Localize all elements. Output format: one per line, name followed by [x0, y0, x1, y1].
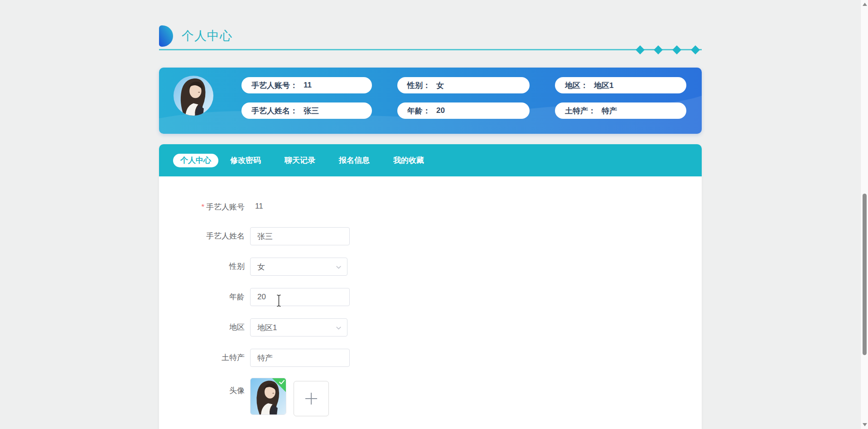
scroll-down-icon[interactable]	[863, 423, 867, 426]
profile-summary-card: 手艺人账号： 11 性别： 女 地区： 地区1 手艺人姓名： 张三 年龄： 20…	[159, 68, 702, 134]
profile-field-value: 张三	[304, 106, 319, 116]
title-accent-icon	[159, 25, 173, 47]
gender-select-value: 女	[257, 262, 265, 272]
profile-field-label: 土特产：	[565, 106, 596, 116]
region-select[interactable]: 地区1	[250, 318, 347, 336]
diamond-decoration	[691, 45, 700, 54]
profile-fields: 手艺人账号： 11 性别： 女 地区： 地区1 手艺人姓名： 张三 年龄： 20…	[241, 77, 686, 119]
scrollbar-thumb[interactable]	[863, 194, 867, 355]
age-input[interactable]	[250, 288, 350, 306]
profile-field-value: 20	[436, 106, 445, 115]
tab-change-password[interactable]: 修改密码	[218, 155, 273, 166]
region-label: 地区	[159, 318, 245, 336]
form-row-avatar: 头像	[159, 378, 702, 419]
profile-field-value: 地区1	[594, 80, 613, 91]
diamond-decoration	[636, 45, 645, 54]
chevron-down-icon	[336, 325, 342, 331]
diamond-decoration	[672, 45, 681, 54]
gender-label: 性别	[159, 258, 245, 276]
tab-personal-center[interactable]: 个人中心	[173, 154, 218, 167]
chevron-down-icon	[336, 264, 342, 270]
name-input[interactable]	[250, 227, 350, 245]
specialty-input[interactable]	[250, 349, 350, 367]
profile-field-region: 地区： 地区1	[555, 77, 686, 93]
profile-field-gender: 性别： 女	[397, 77, 530, 93]
avatar-upload-button[interactable]	[294, 381, 329, 416]
tabbar: 个人中心 修改密码 聊天记录 报名信息 我的收藏	[159, 144, 702, 176]
text-cursor-icon	[276, 294, 282, 307]
avatar	[174, 76, 213, 116]
profile-field-account: 手艺人账号： 11	[241, 77, 372, 93]
profile-field-specialty: 土特产： 特产	[555, 102, 686, 119]
gender-select[interactable]: 女	[250, 258, 347, 276]
vertical-scrollbar	[860, 0, 868, 429]
page-title: 个人中心	[182, 28, 232, 44]
plus-icon	[304, 391, 319, 406]
tab-my-favorites[interactable]: 我的收藏	[381, 155, 436, 166]
required-asterisk: *	[201, 203, 204, 211]
tab-registration-info[interactable]: 报名信息	[327, 155, 381, 166]
avatar-upload-thumbnail[interactable]	[250, 378, 286, 415]
profile-field-value: 特产	[602, 106, 617, 116]
profile-field-label: 性别：	[407, 80, 430, 91]
personal-center-panel: 个人中心 修改密码 聊天记录 报名信息 我的收藏 *手艺人账号 11 手艺人姓名…	[159, 144, 702, 429]
name-label: 手艺人姓名	[159, 227, 245, 245]
scroll-up-icon[interactable]	[863, 3, 867, 6]
personal-center-page: 个人中心 手艺人账号： 11 性别： 女 地区： 地区1 手艺人姓名	[0, 0, 868, 429]
diamond-decoration	[654, 45, 663, 54]
account-value: 11	[255, 202, 263, 211]
profile-field-label: 年龄：	[407, 106, 430, 116]
profile-field-name: 手艺人姓名： 张三	[241, 102, 372, 119]
profile-field-label: 手艺人账号：	[251, 80, 298, 91]
header-underline	[159, 49, 702, 50]
profile-field-age: 年龄： 20	[397, 102, 530, 119]
profile-field-value: 11	[304, 81, 312, 90]
specialty-label: 土特产	[159, 349, 245, 367]
profile-field-label: 手艺人姓名：	[251, 106, 298, 116]
tab-chat-history[interactable]: 聊天记录	[273, 155, 327, 166]
profile-field-label: 地区：	[565, 80, 588, 91]
account-label: *手艺人账号	[159, 202, 245, 212]
age-label: 年龄	[159, 288, 245, 306]
check-icon	[279, 380, 285, 385]
region-select-value: 地区1	[257, 322, 277, 333]
profile-field-value: 女	[436, 80, 444, 91]
avatar-label: 头像	[159, 385, 245, 396]
